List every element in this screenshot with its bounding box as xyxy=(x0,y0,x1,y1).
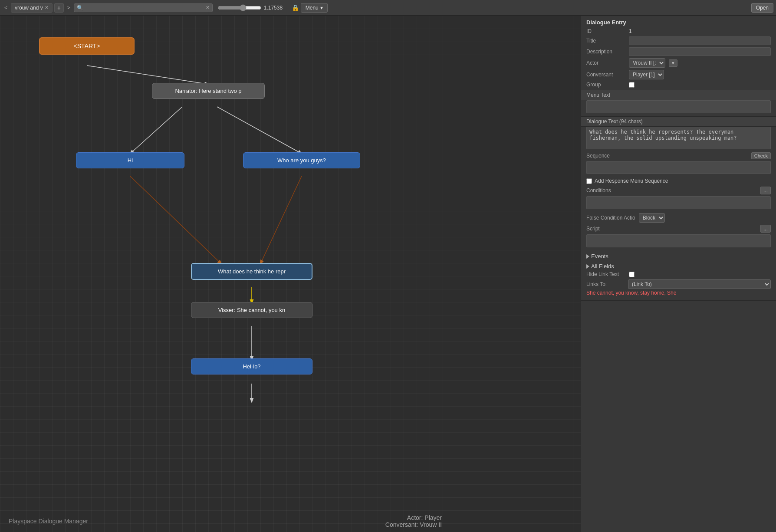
actor-select[interactable]: Vrouw II [: xyxy=(629,58,665,68)
node-hello[interactable]: Hel-lo? xyxy=(191,358,312,374)
conditions-label: Conditions xyxy=(586,187,760,194)
add-tab-button[interactable]: + xyxy=(54,3,64,13)
title-row: Title xyxy=(586,36,771,45)
hide-link-text-label: Hide Link Text xyxy=(586,271,625,277)
all-fields-label: All Fields xyxy=(591,263,614,269)
description-label: Description xyxy=(586,49,625,55)
open-button[interactable]: Open xyxy=(751,3,773,13)
node-visser-label: Visser: She cannot, you kn xyxy=(218,307,285,313)
sequence-row: Sequence Check xyxy=(586,152,771,159)
id-label: ID xyxy=(586,28,625,34)
footer-actor: Actor: Player xyxy=(385,514,442,521)
dialogue-entry-section: Dialogue Entry ID 1 Title Description Ac… xyxy=(581,16,776,301)
id-value: 1 xyxy=(629,28,632,34)
links-to-select[interactable]: (Link To) xyxy=(628,279,771,289)
check-button[interactable]: Check xyxy=(751,152,771,159)
footer-conversant: Conversant: Vrouw II xyxy=(385,521,442,528)
actor-extra-button[interactable]: ▾ xyxy=(669,59,677,67)
close-icon[interactable]: ✕ xyxy=(45,5,49,10)
links-to-label: Links To: xyxy=(586,281,625,287)
node-narrator-label: Narrator: Here stand two p xyxy=(175,88,241,94)
actor-label: Actor xyxy=(586,60,625,66)
conversant-label: Conversant xyxy=(586,72,625,78)
hide-link-text-row: Hide Link Text xyxy=(586,271,771,277)
conversant-row: Conversant Player [1] xyxy=(586,70,771,79)
group-row: Group xyxy=(586,82,771,88)
node-what[interactable]: What does he think he repr xyxy=(191,263,312,280)
search-box[interactable]: 🔍 ✕ xyxy=(74,3,213,12)
title-label: Title xyxy=(586,38,625,44)
script-row: Script ... xyxy=(586,225,771,233)
add-response-checkbox[interactable] xyxy=(586,178,592,184)
panel-title: Dialogue Entry xyxy=(586,19,771,26)
description-row: Description xyxy=(586,47,771,56)
dialogue-text-header: Dialogue Text (94 chars) xyxy=(581,116,776,127)
sequence-input[interactable] xyxy=(586,161,771,174)
right-panel: Dialogue Entry ID 1 Title Description Ac… xyxy=(581,16,776,532)
hide-link-text-checkbox[interactable] xyxy=(629,272,635,277)
node-hi[interactable]: Hi xyxy=(76,152,184,168)
tab-vrouw[interactable]: vrouw and v ✕ xyxy=(11,3,53,13)
svg-line-2 xyxy=(217,107,302,154)
red-link-text: She cannot, you know, stay home, She xyxy=(586,289,771,297)
group-checkbox[interactable] xyxy=(629,82,635,88)
dialogue-text-input[interactable]: What does he think he represents? The ev… xyxy=(586,127,771,149)
svg-line-3 xyxy=(130,176,221,264)
canvas-footer: Playspace Dialogue Manager Actor: Player… xyxy=(0,510,450,532)
nav-forward[interactable]: > xyxy=(66,4,72,12)
tab-label: vrouw and v xyxy=(15,5,43,11)
zoom-control: 1.17538 xyxy=(218,4,290,11)
false-condition-row: False Condition Actio Block xyxy=(586,213,771,223)
script-dots-button[interactable]: ... xyxy=(760,225,771,233)
dialogue-canvas[interactable]: <START> Narrator: Here stand two p Hi Wh… xyxy=(0,16,581,532)
script-input[interactable] xyxy=(586,234,771,247)
svg-line-1 xyxy=(130,107,182,154)
footer-app-name: Playspace Dialogue Manager xyxy=(9,518,88,525)
menu-button[interactable]: Menu ▾ xyxy=(301,3,328,13)
node-start-label: <START> xyxy=(74,43,100,49)
sequence-label: Sequence xyxy=(586,153,751,159)
links-to-row: Links To: (Link To) xyxy=(586,279,771,289)
node-who[interactable]: Who are you guys? xyxy=(243,152,360,168)
events-label: Events xyxy=(591,253,608,259)
svg-line-4 xyxy=(260,176,302,264)
node-narrator[interactable]: Narrator: Here stand two p xyxy=(152,83,265,99)
node-hello-label: Hel-lo? xyxy=(243,363,260,370)
events-collapse-icon xyxy=(586,254,589,259)
zoom-value: 1.17538 xyxy=(264,5,290,11)
false-condition-label: False Condition Actio xyxy=(586,215,635,221)
node-start[interactable]: <START> xyxy=(39,37,135,55)
add-response-label: Add Response Menu Sequence xyxy=(595,178,668,184)
node-hi-label: Hi xyxy=(128,157,133,164)
title-input[interactable] xyxy=(629,36,771,45)
search-close-icon[interactable]: ✕ xyxy=(206,5,210,10)
events-row[interactable]: Events xyxy=(586,251,771,261)
footer-actor-info: Actor: Player Conversant: Vrouw II xyxy=(385,514,442,528)
search-icon: 🔍 xyxy=(77,5,83,11)
node-who-label: Who are you guys? xyxy=(277,157,326,164)
script-label: Script xyxy=(586,226,760,232)
node-visser[interactable]: Visser: She cannot, you kn xyxy=(191,302,312,318)
add-response-row: Add Response Menu Sequence xyxy=(586,178,771,184)
all-fields-row[interactable]: All Fields xyxy=(586,261,771,271)
conditions-dots-button[interactable]: ... xyxy=(760,187,771,194)
menu-text-header: Menu Text xyxy=(581,90,776,100)
all-fields-collapse-icon xyxy=(586,264,589,269)
nav-back[interactable]: < xyxy=(3,4,9,12)
node-what-label: What does he think he repr xyxy=(218,268,286,275)
description-input[interactable] xyxy=(629,47,771,56)
lock-icon[interactable]: 🔒 xyxy=(292,4,299,11)
conversant-select[interactable]: Player [1] xyxy=(629,70,664,79)
zoom-slider[interactable] xyxy=(218,4,261,11)
menu-text-input[interactable] xyxy=(586,100,771,113)
actor-row: Actor Vrouw II [: ▾ xyxy=(586,58,771,68)
conditions-row: Conditions ... xyxy=(586,187,771,194)
id-row: ID 1 xyxy=(586,28,771,34)
main-area: <START> Narrator: Here stand two p Hi Wh… xyxy=(0,16,776,532)
search-input[interactable] xyxy=(85,5,204,11)
false-condition-select[interactable]: Block xyxy=(639,213,665,223)
group-label: Group xyxy=(586,82,625,88)
menu-chevron-icon: ▾ xyxy=(320,5,323,11)
svg-line-0 xyxy=(87,66,208,84)
conditions-input[interactable] xyxy=(586,196,771,209)
